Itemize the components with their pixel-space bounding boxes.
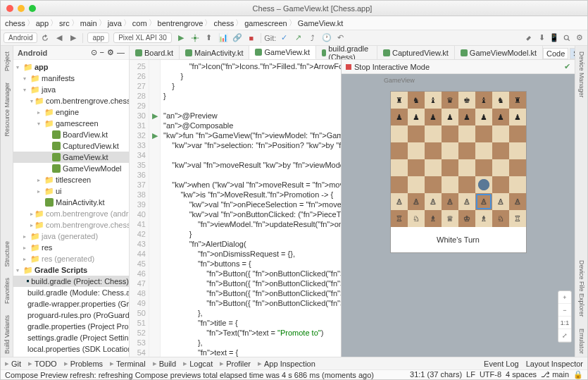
- tree-node[interactable]: settings.gradle (Project Settings): [13, 332, 129, 343]
- collapse-icon[interactable]: −: [100, 48, 104, 57]
- board-square[interactable]: [408, 176, 425, 193]
- bottom-tab-profiler[interactable]: ▸Profiler: [220, 359, 251, 368]
- board-square[interactable]: [492, 159, 509, 176]
- board-square[interactable]: ♙: [458, 193, 475, 210]
- git-commit-icon[interactable]: ↗: [294, 33, 304, 43]
- project-settings-icon[interactable]: ⊙: [91, 48, 97, 57]
- board-square[interactable]: [408, 142, 425, 159]
- device-selector[interactable]: Pixel XL API 30: [113, 32, 172, 43]
- bottom-tab-event-log[interactable]: Event Log: [484, 360, 519, 368]
- line-ending[interactable]: LF: [466, 370, 475, 379]
- tree-node[interactable]: ▾📁app: [13, 61, 129, 73]
- editor-tab[interactable]: MainActivity.kt: [180, 46, 249, 59]
- avd-icon[interactable]: 📱: [549, 33, 559, 43]
- board-square[interactable]: ♟: [408, 109, 425, 125]
- board-square[interactable]: ♔: [458, 210, 475, 227]
- tool-tab-resource-manager[interactable]: Resource Manager: [3, 80, 11, 140]
- board-square[interactable]: [442, 159, 458, 176]
- view-mode-code[interactable]: Code: [543, 48, 568, 59]
- breadcrumb-item[interactable]: src: [59, 19, 70, 27]
- indent[interactable]: 4 spaces: [506, 370, 537, 379]
- editor-tab[interactable]: CapturedView.kt: [377, 46, 455, 59]
- stop-icon[interactable]: ■: [246, 33, 256, 43]
- tree-node[interactable]: ▸📁com.bentrengrove (androidTest): [13, 208, 129, 219]
- zoom-reset-icon[interactable]: ⤢: [558, 329, 571, 342]
- board-square[interactable]: ♟: [458, 109, 475, 125]
- board-square[interactable]: ♖: [391, 210, 408, 227]
- editor-tab[interactable]: build.gradle (Chess): [316, 46, 377, 59]
- profiler-icon[interactable]: 📊: [218, 33, 228, 43]
- tool-tab-favorites[interactable]: Favorites: [3, 275, 11, 307]
- tree-node[interactable]: CapturedView.kt: [13, 140, 129, 152]
- board-square[interactable]: [391, 159, 408, 176]
- tree-node[interactable]: ▾📁Gradle Scripts: [13, 264, 129, 276]
- tree-node[interactable]: gradle.properties (Project Properties): [13, 321, 129, 332]
- bottom-tab-app-inspection[interactable]: ▸App Inspection: [258, 359, 315, 368]
- run-gutter-icon[interactable]: ▶: [149, 111, 160, 121]
- board-square[interactable]: [458, 142, 475, 159]
- breadcrumb-item[interactable]: chess: [5, 19, 25, 27]
- board-square[interactable]: ♗: [475, 210, 492, 227]
- code-editor[interactable]: 25 26 27 28 29 30 31 32 33 34 35 36 37 3…: [130, 60, 341, 357]
- tree-node[interactable]: ▸📁com.bentrengrove.chess (test): [13, 219, 129, 231]
- board-square[interactable]: [391, 176, 408, 193]
- board-square[interactable]: ♝: [475, 92, 492, 109]
- tree-node[interactable]: gradle-wrapper.properties (Gradle Versio…: [13, 298, 129, 309]
- git-branch[interactable]: ⎇ main: [541, 370, 569, 379]
- git-branch-icon[interactable]: Git:: [265, 33, 275, 43]
- tree-node[interactable]: ▾📁manifests: [13, 73, 129, 84]
- board-square[interactable]: [442, 142, 458, 159]
- tree-node[interactable]: ▾📁java: [13, 84, 129, 95]
- sync-icon[interactable]: [40, 33, 50, 43]
- minimize-icon[interactable]: [18, 5, 25, 12]
- board-square[interactable]: ♙: [442, 193, 458, 210]
- tree-node[interactable]: ▸📁ui: [13, 185, 129, 197]
- board-square[interactable]: ♙: [425, 193, 442, 210]
- board-square[interactable]: [391, 125, 408, 142]
- traffic-lights[interactable]: [6, 5, 36, 12]
- preview-device[interactable]: ♜♞♝♛♚♝♞♜♟♟♟♟♟♟♟♟♙♙♙♙♙♙♙♙♖♘♗♕♔♗♘♖ White's…: [390, 91, 527, 253]
- tree-node[interactable]: ▸📁res: [13, 242, 129, 253]
- board-square[interactable]: [425, 176, 442, 193]
- board-square[interactable]: ♕: [442, 210, 458, 227]
- board-square[interactable]: [475, 125, 492, 142]
- board-square[interactable]: [425, 125, 442, 142]
- maximize-icon[interactable]: [29, 5, 36, 12]
- board-square[interactable]: [458, 125, 475, 142]
- git-update-icon[interactable]: ✓: [280, 33, 289, 43]
- board-square[interactable]: ♘: [492, 210, 509, 227]
- breadcrumb-item[interactable]: bentrengrove: [158, 19, 204, 27]
- board-square[interactable]: [509, 142, 526, 159]
- board-square[interactable]: [391, 142, 408, 159]
- tool-tab-device-file-explorer[interactable]: Device File Explorer: [577, 257, 586, 320]
- git-rollback-icon[interactable]: ↶: [336, 33, 346, 43]
- breadcrumb-item[interactable]: gamescreen: [244, 19, 287, 27]
- tree-node[interactable]: ▸📁titlescreen: [13, 174, 129, 185]
- sdk-icon[interactable]: ⬇: [537, 33, 546, 43]
- editor-tab[interactable]: GameViewModel.kt: [455, 46, 543, 59]
- tree-node[interactable]: MainActivity.kt: [13, 197, 129, 208]
- zoom-in-icon[interactable]: +: [558, 291, 571, 304]
- board-square[interactable]: [475, 159, 492, 176]
- close-icon[interactable]: [6, 5, 13, 12]
- tool-tab-build-variants[interactable]: Build Variants: [3, 312, 11, 357]
- tree-node[interactable]: proguard-rules.pro (ProGuard Rules for C…: [13, 309, 129, 321]
- board-square[interactable]: ♘: [408, 210, 425, 227]
- caret-position[interactable]: 31:1 (37 chars): [410, 370, 462, 379]
- chevron-left-icon[interactable]: ◀: [54, 33, 64, 43]
- tree-node[interactable]: ▸📁res (generated): [13, 253, 129, 264]
- tree-node[interactable]: build.gradle (Module: Chess.app): [13, 287, 129, 298]
- board-square[interactable]: ♚: [458, 92, 475, 109]
- breadcrumb-item[interactable]: java: [108, 19, 122, 27]
- board-square[interactable]: [458, 159, 475, 176]
- tree-node[interactable]: build.gradle (Project: Chess): [13, 276, 129, 287]
- gear-icon[interactable]: ⚙: [575, 33, 584, 43]
- tool-tab-structure[interactable]: Structure: [3, 238, 11, 270]
- breadcrumb-item[interactable]: main: [80, 19, 97, 27]
- git-push-icon[interactable]: ⤴: [308, 33, 318, 43]
- tool-tab-project[interactable]: Project: [3, 49, 11, 74]
- board-square[interactable]: [458, 176, 475, 193]
- board-square[interactable]: [475, 142, 492, 159]
- board-square[interactable]: [492, 125, 509, 142]
- breadcrumb-item[interactable]: chess: [213, 19, 234, 27]
